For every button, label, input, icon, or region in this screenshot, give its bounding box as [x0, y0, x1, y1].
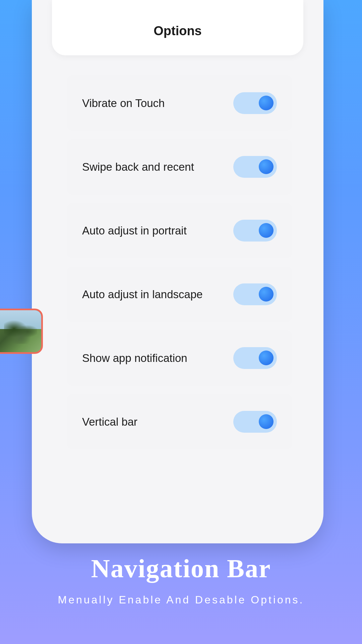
toggle-swipe-back-and-recent[interactable]: [233, 156, 277, 178]
toggle-auto-adjust-portrait[interactable]: [233, 220, 277, 241]
toggle-knob: [259, 414, 274, 429]
option-show-app-notification: Show app notification: [67, 330, 292, 386]
option-label: Auto adjust in landscape: [82, 288, 203, 301]
photo-thumbnail[interactable]: [0, 309, 43, 354]
toggle-show-app-notification[interactable]: [233, 347, 277, 369]
toggle-knob: [259, 96, 274, 110]
toggle-vibrate-on-touch[interactable]: [233, 92, 277, 114]
option-auto-adjust-portrait: Auto adjust in portrait: [67, 203, 292, 258]
options-container: Vibrate on Touch Swipe back and recent A…: [50, 62, 306, 468]
toggle-knob: [259, 351, 274, 365]
toggle-vertical-bar[interactable]: [233, 411, 277, 433]
toggle-knob: [259, 223, 274, 238]
option-vibrate-on-touch: Vibrate on Touch: [67, 75, 292, 131]
toggle-knob: [259, 159, 274, 174]
promo-title: Navigation Bar: [0, 553, 362, 584]
option-label: Swipe back and recent: [82, 161, 194, 173]
header-card: Options: [52, 0, 303, 55]
option-auto-adjust-landscape: Auto adjust in landscape: [67, 267, 292, 322]
options-list: Vibrate on Touch Swipe back and recent A…: [50, 62, 306, 468]
option-label: Auto adjust in portrait: [82, 224, 187, 237]
toggle-auto-adjust-landscape[interactable]: [233, 283, 277, 305]
promo-subtitle: Menually Enable And Desable Options.: [0, 594, 362, 606]
toggle-knob: [259, 287, 274, 302]
option-label: Show app notification: [82, 352, 187, 365]
option-label: Vertical bar: [82, 416, 137, 428]
option-vertical-bar: Vertical bar: [67, 394, 292, 449]
page-title: Options: [154, 24, 202, 38]
option-label: Vibrate on Touch: [82, 97, 165, 110]
option-swipe-back-and-recent: Swipe back and recent: [67, 139, 292, 195]
